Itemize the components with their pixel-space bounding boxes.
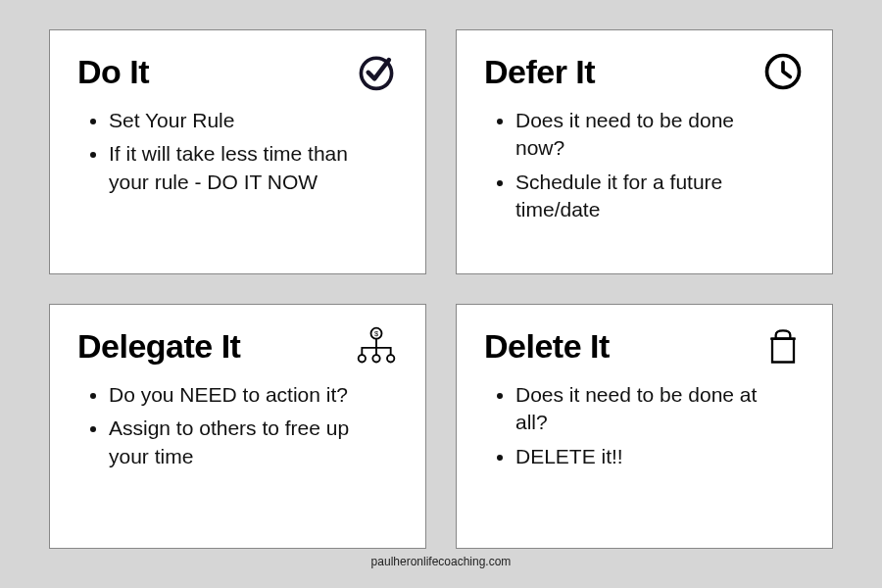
card-header: Do It: [77, 50, 398, 93]
svg-point-4: [359, 355, 366, 362]
list-item: DELETE it!!: [515, 443, 770, 470]
svg-point-5: [372, 355, 379, 362]
list-item: Does it need to be done at all?: [515, 381, 770, 437]
list-item: If it will take less time than your rule…: [109, 140, 364, 196]
clock-icon: [761, 50, 805, 93]
card-header: Delegate It $: [77, 324, 398, 368]
list-item: Schedule it for a future time/date: [515, 169, 770, 224]
list-item: Set Your Rule: [109, 107, 364, 134]
footer-credit: paulheronlifecoaching.com: [49, 555, 833, 568]
four-d-grid: Do It Set Your Rule If it will take less…: [49, 29, 833, 549]
card-title: Do It: [77, 53, 149, 91]
list-item: Does it need to be done now?: [515, 107, 770, 163]
card-title: Defer It: [484, 53, 595, 91]
card-header: Defer It: [484, 50, 805, 93]
org-chart-icon: $: [355, 324, 398, 368]
card-do-it: Do It Set Your Rule If it will take less…: [49, 29, 426, 274]
card-delegate-it: Delegate It $ Do you NEED to action it? …: [49, 304, 426, 549]
list-item: Assign to others to free up your time: [109, 415, 364, 470]
card-list: Does it need to be done now? Schedule it…: [484, 107, 805, 229]
card-title: Delegate It: [77, 327, 240, 366]
svg-text:$: $: [374, 329, 378, 338]
card-header: Delete It: [484, 324, 805, 368]
card-list: Set Your Rule If it will take less time …: [77, 107, 398, 202]
checkmark-circle-icon: [355, 50, 398, 93]
list-item: Do you NEED to action it?: [109, 381, 364, 409]
trash-icon: [761, 324, 805, 368]
svg-point-6: [387, 355, 394, 362]
card-title: Delete It: [484, 327, 610, 366]
card-defer-it: Defer It Does it need to be done now? Sc…: [456, 29, 833, 274]
card-list: Does it need to be done at all? DELETE i…: [484, 381, 805, 476]
card-list: Do you NEED to action it? Assign to othe…: [77, 381, 398, 476]
card-delete-it: Delete It Does it need to be done at all…: [456, 304, 833, 549]
